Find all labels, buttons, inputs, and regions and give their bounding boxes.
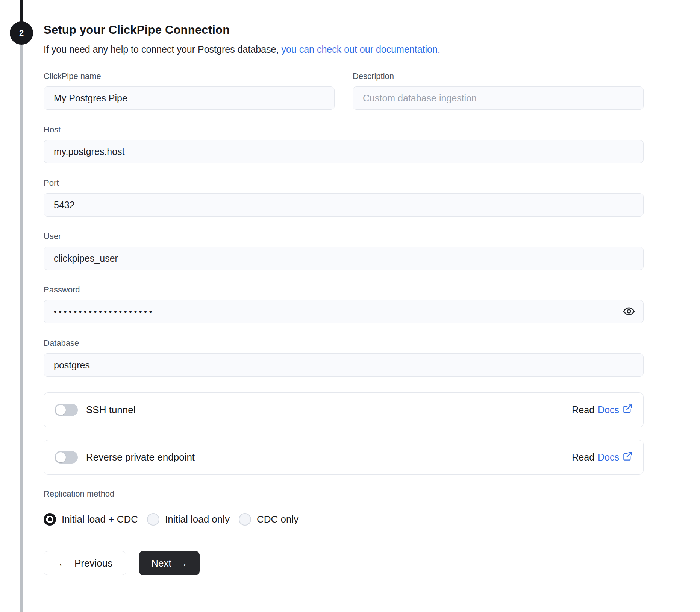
host-input[interactable]: [44, 140, 644, 163]
help-text: If you need any help to connect your Pos…: [44, 43, 644, 56]
reverse-endpoint-docs-link[interactable]: Docs: [598, 451, 633, 464]
password-input[interactable]: [44, 300, 644, 323]
radio-unselected-icon: [147, 513, 159, 526]
reverse-private-endpoint-toggle[interactable]: [55, 451, 78, 464]
page-title: Setup your ClickPipe Connection: [44, 23, 644, 37]
right-arrow-icon: →: [177, 558, 188, 568]
eye-icon: [623, 305, 635, 319]
external-link-icon: [623, 404, 633, 416]
external-link-icon: [623, 451, 633, 464]
step-rail-line-top: [20, 0, 23, 22]
radio-unselected-icon: [239, 513, 251, 526]
radio-option-label: Initial load + CDC: [62, 514, 138, 525]
host-label: Host: [44, 125, 644, 135]
ssh-tunnel-docs: Read Docs: [572, 404, 633, 416]
user-group: User: [44, 232, 644, 270]
show-password-button[interactable]: [622, 304, 636, 319]
password-label: Password: [44, 285, 644, 295]
clickpipe-setup-page: 2 Setup your ClickPipe Connection If you…: [0, 0, 700, 612]
radio-option-cdc-only[interactable]: CDC only: [239, 513, 298, 526]
radio-option-initial-load-only[interactable]: Initial load only: [147, 513, 230, 526]
port-input[interactable]: [44, 193, 644, 217]
clickpipe-name-input[interactable]: [44, 86, 335, 110]
ssh-tunnel-toggle[interactable]: [55, 404, 78, 416]
previous-button[interactable]: ← Previous: [44, 551, 126, 575]
documentation-link[interactable]: you can check out our documentation.: [281, 44, 440, 55]
clickpipe-name-label: ClickPipe name: [44, 71, 335, 81]
description-input[interactable]: [353, 86, 644, 110]
docs-link-text: Docs: [598, 404, 619, 415]
read-text: Read: [572, 404, 594, 415]
replication-method-label: Replication method: [44, 489, 644, 499]
description-label: Description: [353, 71, 644, 81]
radio-option-label: Initial load only: [165, 514, 230, 525]
replication-method-options: Initial load + CDC Initial load only CDC…: [44, 513, 644, 526]
wizard-navigation: ← Previous Next →: [44, 551, 644, 597]
left-arrow-icon: ←: [58, 558, 68, 568]
reverse-private-endpoint-label: Reverse private endpoint: [86, 451, 195, 463]
next-button[interactable]: Next →: [139, 551, 199, 575]
setup-form-section: Setup your ClickPipe Connection If you n…: [44, 0, 644, 597]
docs-link-text: Docs: [598, 452, 619, 463]
host-group: Host: [44, 125, 644, 163]
reverse-private-endpoint-row: Reverse private endpoint Read Docs: [44, 440, 644, 475]
step-rail-line-bottom: [20, 45, 23, 612]
reverse-endpoint-docs: Read Docs: [572, 451, 633, 464]
database-group: Database: [44, 338, 644, 377]
port-label: Port: [44, 178, 644, 188]
read-text: Read: [572, 452, 594, 463]
toggle-knob: [56, 405, 66, 415]
database-label: Database: [44, 338, 644, 348]
password-field-wrap: [44, 300, 644, 323]
radio-option-initial-load-cdc[interactable]: Initial load + CDC: [44, 513, 138, 526]
toggle-knob: [56, 452, 66, 462]
ssh-tunnel-row: SSH tunnel Read Docs: [44, 392, 644, 427]
help-text-plain: If you need any help to connect your Pos…: [44, 44, 281, 55]
port-group: Port: [44, 178, 644, 217]
step-indicator: 2: [10, 21, 33, 45]
user-input[interactable]: [44, 247, 644, 270]
description-group: Description: [353, 71, 644, 110]
step-number: 2: [19, 28, 24, 38]
radio-option-label: CDC only: [257, 514, 298, 525]
name-description-row: ClickPipe name Description: [44, 71, 644, 110]
clickpipe-name-group: ClickPipe name: [44, 71, 335, 110]
radio-selected-icon: [44, 513, 56, 526]
next-button-label: Next: [151, 557, 171, 569]
ssh-tunnel-label: SSH tunnel: [86, 404, 136, 416]
database-input[interactable]: [44, 353, 644, 377]
user-label: User: [44, 232, 644, 241]
password-group: Password: [44, 285, 644, 323]
previous-button-label: Previous: [74, 557, 112, 569]
ssh-docs-link[interactable]: Docs: [598, 404, 633, 416]
